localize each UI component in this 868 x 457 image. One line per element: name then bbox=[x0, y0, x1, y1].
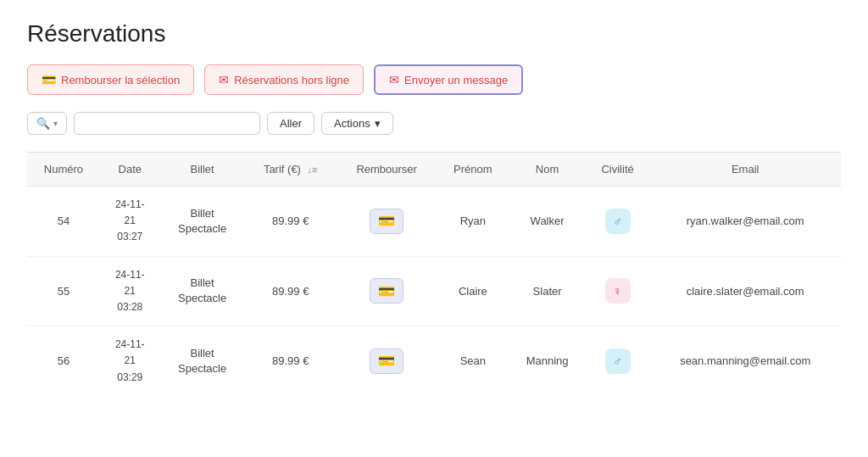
reservations-table: Numéro Date Billet Tarif (€) ↓≡ Rembours… bbox=[27, 153, 841, 396]
search-input[interactable] bbox=[74, 112, 260, 135]
chevron-down-icon: ▾ bbox=[53, 119, 58, 128]
cell-numero: 56 bbox=[27, 326, 100, 396]
col-header-email: Email bbox=[649, 153, 841, 187]
actions-label: Actions bbox=[334, 117, 370, 130]
female-gender-icon: ♀ bbox=[605, 278, 631, 304]
col-header-rembourser: Rembourser bbox=[337, 153, 437, 187]
action-buttons-bar: 💳 Rembourser la sélection ✉ Réservations… bbox=[27, 64, 841, 95]
email-icon: ✉ bbox=[389, 73, 399, 86]
rembourser-button[interactable]: 💳 bbox=[370, 209, 403, 234]
rembourser-button[interactable]: 💳 bbox=[370, 278, 403, 304]
cell-nom: Walker bbox=[509, 187, 586, 257]
cell-tarif: 89.99 € bbox=[245, 187, 337, 257]
col-header-billet: Billet bbox=[160, 153, 245, 187]
envoyer-message-label: Envoyer un message bbox=[404, 74, 508, 86]
table-row: 5424-11-2103:27BilletSpectacle89.99 €💳Ry… bbox=[27, 187, 841, 257]
aller-button[interactable]: Aller bbox=[267, 112, 314, 135]
actions-dropdown-button[interactable]: Actions ▾ bbox=[321, 112, 393, 135]
reservations-hors-ligne-label: Réservations hors ligne bbox=[234, 74, 349, 86]
search-icon: 🔍 bbox=[36, 117, 50, 130]
cell-email: sean.manning@email.com bbox=[649, 326, 841, 396]
cell-rembourser: 💳 bbox=[337, 187, 437, 257]
male-gender-icon: ♂ bbox=[605, 348, 631, 374]
actions-chevron-icon: ▾ bbox=[375, 117, 381, 130]
col-header-nom: Nom bbox=[509, 153, 586, 187]
table-header-row: Numéro Date Billet Tarif (€) ↓≡ Rembours… bbox=[27, 153, 841, 187]
cell-billet: BilletSpectacle bbox=[160, 256, 245, 326]
cell-rembourser: 💳 bbox=[337, 256, 437, 326]
cell-prenom: Sean bbox=[437, 326, 509, 396]
cell-date: 24-11-2103:28 bbox=[100, 256, 160, 326]
rembourser-selection-button[interactable]: 💳 Rembourser la sélection bbox=[27, 64, 194, 95]
cell-email: ryan.walker@email.com bbox=[649, 187, 841, 257]
table-row: 5524-11-2103:28BilletSpectacle89.99 €💳Cl… bbox=[27, 256, 841, 326]
table-row: 5624-11-2103:29BilletSpectacle89.99 €💳Se… bbox=[27, 326, 841, 396]
reservations-table-container: Numéro Date Billet Tarif (€) ↓≡ Rembours… bbox=[27, 153, 841, 396]
cell-date: 24-11-2103:29 bbox=[100, 326, 160, 396]
cell-tarif: 89.99 € bbox=[245, 326, 337, 396]
cell-numero: 54 bbox=[27, 187, 100, 257]
offline-icon: ✉ bbox=[219, 73, 229, 86]
envoyer-message-button[interactable]: ✉ Envoyer un message bbox=[374, 64, 523, 95]
male-gender-icon: ♂ bbox=[605, 209, 631, 234]
tarif-label: Tarif (€) bbox=[264, 163, 301, 176]
cell-tarif: 89.99 € bbox=[245, 256, 337, 326]
cell-prenom: Ryan bbox=[437, 187, 509, 257]
cell-civilite: ♂ bbox=[586, 187, 650, 257]
rembourser-selection-label: Rembourser la sélection bbox=[61, 74, 180, 86]
col-header-tarif[interactable]: Tarif (€) ↓≡ bbox=[245, 153, 337, 187]
col-header-numero: Numéro bbox=[27, 153, 100, 187]
cell-prenom: Claire bbox=[437, 256, 509, 326]
sort-icon: ↓≡ bbox=[308, 164, 318, 175]
cell-billet: BilletSpectacle bbox=[160, 326, 245, 396]
toolbar: 🔍 ▾ Aller Actions ▾ bbox=[27, 112, 841, 135]
cell-billet: BilletSpectacle bbox=[160, 187, 245, 257]
page-title: Réservations bbox=[27, 20, 841, 47]
cell-nom: Manning bbox=[509, 326, 586, 396]
col-header-prenom: Prénom bbox=[437, 153, 509, 187]
cell-rembourser: 💳 bbox=[337, 326, 437, 396]
cell-date: 24-11-2103:27 bbox=[100, 187, 160, 257]
cell-numero: 55 bbox=[27, 256, 100, 326]
cell-civilite: ♀ bbox=[586, 256, 650, 326]
rembourser-button[interactable]: 💳 bbox=[370, 348, 403, 374]
cell-email: claire.slater@email.com bbox=[649, 256, 841, 326]
col-header-date: Date bbox=[100, 153, 160, 187]
credit-card-icon: 💳 bbox=[42, 73, 56, 86]
col-header-civilite: Civilité bbox=[586, 153, 650, 187]
search-type-selector[interactable]: 🔍 ▾ bbox=[27, 112, 67, 135]
reservations-hors-ligne-button[interactable]: ✉ Réservations hors ligne bbox=[204, 64, 364, 95]
cell-nom: Slater bbox=[509, 256, 586, 326]
cell-civilite: ♂ bbox=[586, 326, 650, 396]
